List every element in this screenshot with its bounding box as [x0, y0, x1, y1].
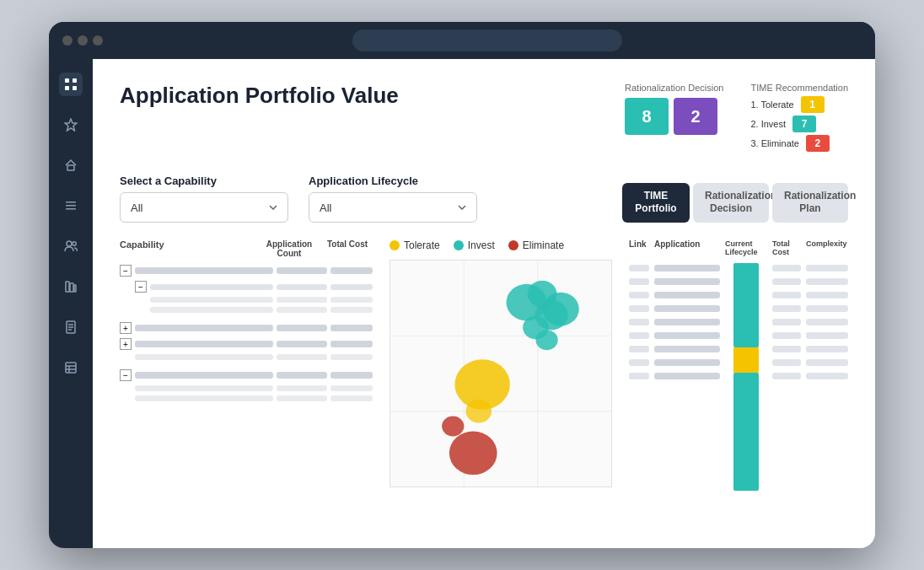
rt-app-col	[654, 263, 720, 494]
rh-link: Link	[629, 239, 649, 256]
legend-eliminate: Eliminate	[508, 239, 564, 251]
lifecycle-value: All	[320, 202, 331, 214]
legend-dot-eliminate	[508, 240, 518, 250]
svg-rect-5	[67, 165, 74, 170]
title-section: Application Portfolio Value	[120, 83, 598, 126]
count-bar-1-1	[277, 284, 327, 290]
lifecycle-select[interactable]: All	[309, 192, 477, 223]
legend-tolerate: Tolerate	[389, 239, 440, 251]
content-area: Capability Application Count Total Cost …	[120, 239, 848, 494]
doc-icon[interactable]	[59, 315, 83, 339]
svg-rect-12	[70, 283, 73, 292]
home-icon[interactable]	[59, 153, 83, 177]
tree-toggle-3[interactable]: +	[120, 338, 132, 350]
tab-time-portfolio[interactable]: TIME Portfolio	[622, 183, 690, 223]
legend-label-tolerate: Tolerate	[404, 239, 440, 251]
svg-point-34	[442, 417, 464, 437]
th-capability: Capability	[120, 239, 256, 258]
address-bar	[352, 30, 622, 51]
lifecycle-filter-group: Application Lifecycle All	[309, 175, 477, 223]
time-rec-label: TIME Recommendation	[750, 83, 848, 93]
header-stats: Rationalization Decision 8 2 TIME Recomm…	[625, 83, 848, 154]
tree-toggle-2[interactable]: +	[120, 322, 132, 334]
tree-row-leaf-1	[120, 354, 373, 360]
rt-cost-col	[772, 263, 801, 494]
chevron-down-icon	[458, 205, 466, 210]
dot-1	[62, 35, 73, 46]
tab-rationalization-plan[interactable]: Rationalization Plan	[772, 183, 848, 223]
th-count: Application Count	[260, 239, 319, 258]
dot-2	[78, 35, 88, 46]
browser-dots	[62, 35, 103, 46]
count-bar-111	[277, 297, 327, 303]
browser-frame: Application Portfolio Value Rationalizat…	[49, 22, 875, 548]
lifecycle-svg	[725, 263, 767, 491]
svg-rect-1	[73, 78, 77, 83]
right-headers: Link Application Current Lifecycle Total…	[629, 239, 848, 256]
rec2-badge: 7	[792, 116, 816, 132]
rec3-label: 3. Eliminate	[750, 138, 798, 148]
svg-rect-6	[66, 202, 76, 203]
cost-bar-1-1	[330, 284, 373, 290]
table-icon[interactable]	[59, 356, 83, 379]
capability-filter-group: Select a Capability All	[120, 175, 288, 223]
tree-toggle-1-1[interactable]: −	[135, 281, 147, 293]
tree-row-4: −	[120, 369, 373, 381]
tree-row-1-1: −	[120, 281, 373, 293]
browser-toolbar	[49, 22, 875, 59]
stat-card-purple: 2	[674, 98, 717, 135]
tree-row-4-2	[120, 395, 373, 401]
rh-lifecycle: Current Lifecycle	[725, 239, 767, 256]
list-icon[interactable]	[59, 194, 83, 218]
svg-rect-2	[65, 86, 69, 90]
svg-rect-37	[733, 347, 759, 373]
rationalization-decision-block: Rationalization Decision 8 2	[625, 83, 723, 135]
tree-toggle-4[interactable]: −	[120, 369, 132, 381]
right-table-body	[629, 263, 848, 494]
svg-rect-18	[66, 363, 76, 373]
capability-select[interactable]: All	[120, 192, 288, 223]
dot-3	[93, 35, 103, 46]
tree-row-1-1-1	[120, 297, 373, 303]
tab-rationalization-decision[interactable]: Rationalization Decision	[693, 183, 769, 223]
capability-value: All	[131, 202, 142, 214]
svg-point-10	[73, 242, 76, 245]
right-panel: Link Application Current Lifecycle Total…	[629, 239, 848, 494]
stat-cards: 8 2	[625, 98, 723, 135]
rec1-badge: 1	[801, 96, 825, 113]
left-panel: Capability Application Count Total Cost …	[120, 239, 373, 494]
rationalization-label: Rationalization Decision	[625, 83, 723, 93]
svg-point-35	[449, 431, 497, 475]
svg-point-31	[535, 330, 557, 350]
app-container: Application Portfolio Value Rationalizat…	[49, 59, 875, 548]
tree-toggle-1[interactable]: −	[120, 265, 132, 277]
star-icon[interactable]	[59, 113, 83, 137]
tree-row-3: +	[120, 338, 373, 350]
sidebar	[49, 59, 93, 548]
page-title: Application Portfolio Value	[120, 83, 598, 109]
rec-row-1: 1. Tolerate 1	[750, 96, 848, 113]
bubble-chart-svg	[390, 261, 611, 487]
cost-bar-1	[330, 267, 373, 274]
rt-link-col	[629, 263, 649, 494]
header-row: Application Portfolio Value Rationalizat…	[120, 83, 848, 154]
legend-label-eliminate: Eliminate	[523, 239, 564, 251]
grid-icon[interactable]	[59, 73, 83, 96]
rec-row-2: 2. Invest 7	[750, 116, 848, 132]
capability-label: Select a Capability	[120, 175, 288, 187]
svg-rect-7	[66, 205, 76, 207]
rec1-label: 1. Tolerate	[750, 99, 793, 110]
legend-invest: Invest	[454, 239, 495, 251]
cap-bar-1-1	[150, 284, 273, 290]
legend-row: Tolerate Invest Eliminate	[389, 239, 612, 251]
cap-bar-111	[150, 297, 273, 303]
library-icon[interactable]	[59, 275, 83, 298]
th-cost: Total Cost	[322, 239, 373, 258]
svg-rect-11	[66, 282, 69, 292]
svg-point-30	[542, 293, 579, 326]
rec2-label: 2. Invest	[750, 119, 786, 129]
svg-rect-38	[733, 373, 759, 491]
svg-rect-13	[74, 285, 76, 292]
main-content: Application Portfolio Value Rationalizat…	[93, 59, 875, 548]
users-icon[interactable]	[59, 234, 83, 258]
